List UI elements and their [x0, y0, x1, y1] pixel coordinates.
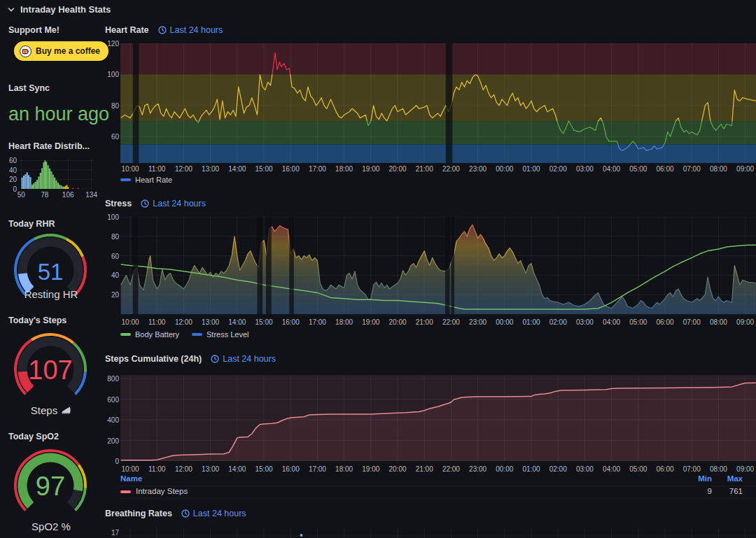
x-axis-label: 07:00 [680, 465, 704, 473]
stress-time-range-link[interactable]: Last 24 hours [141, 199, 206, 208]
x-axis-label: 14:00 [225, 318, 249, 326]
legend-item-body-battery[interactable]: Body Battery [120, 330, 179, 339]
dashboard-row-header[interactable]: Intraday Health Stats [7, 4, 111, 15]
legend-item-heart-rate[interactable]: Heart Rate [120, 176, 172, 184]
x-axis-label: 22:00 [439, 318, 463, 326]
y-axis-label: 80 [104, 102, 119, 110]
legend-marker [120, 178, 131, 181]
last-sync-value: an hour ago [8, 104, 109, 125]
buy-me-a-coffee-label: Buy me a coffee [36, 46, 100, 56]
x-axis-label: 11:00 [145, 465, 169, 473]
steps-panel-title: Today's Steps [8, 316, 66, 325]
steps-time-range-link[interactable]: Last 24 hours [211, 354, 276, 364]
x-axis-label: 14:00 [225, 165, 249, 173]
y-axis-label: 20 [3, 176, 17, 183]
spo2-panel-title: Today SpO2 [8, 432, 59, 441]
svg-text:51: 51 [38, 259, 64, 285]
x-axis-label: 13:00 [199, 318, 223, 326]
x-axis-label: 21:00 [412, 318, 436, 326]
svg-text:97: 97 [36, 472, 65, 501]
heart-rate-y-axis: 6080100120 [104, 43, 119, 163]
y-axis-label: 60 [3, 157, 17, 164]
heart-rate-panel-title[interactable]: Heart Rate [105, 25, 149, 35]
buy-me-a-coffee-button[interactable]: Buy me a coffee [14, 41, 108, 61]
breathing-time-range-link[interactable]: Last 24 hours [181, 509, 246, 518]
legend-marker [120, 333, 131, 336]
x-axis-label: 17:00 [305, 165, 329, 173]
x-axis-label: 02:00 [546, 465, 570, 473]
row-title: Intraday Health Stats [20, 4, 111, 15]
y-axis-label: 120 [104, 40, 119, 48]
y-axis-label: 40 [3, 167, 17, 174]
heart-rate-x-axis: 10:0011:0012:0013:0014:0015:0016:0017:00… [120, 165, 756, 174]
x-axis-label: 106 [56, 191, 80, 199]
x-axis-label: 20:00 [386, 465, 410, 473]
x-axis-label: 03:00 [573, 318, 596, 326]
x-axis-label: 19:00 [359, 165, 383, 173]
stress-chart[interactable] [120, 217, 756, 314]
rhr-gauge-label: Resting HR [4, 288, 98, 300]
steps-y-axis: 0200400600800 [104, 375, 119, 461]
x-axis-label: 22:00 [439, 465, 463, 473]
spo2-gauge: 97 [10, 448, 91, 515]
stress-x-axis: 10:0011:0012:0013:0014:0015:0016:0017:00… [120, 318, 756, 327]
sneaker-icon [61, 406, 71, 415]
x-axis-label: 08:00 [706, 318, 730, 326]
y-axis-label: 600 [104, 396, 119, 404]
x-axis-label: 13:00 [199, 165, 223, 173]
breathing-first-tick: 17 [104, 529, 119, 537]
table-cell-max: 761 [708, 487, 743, 495]
x-axis-label: 00:00 [493, 318, 517, 326]
x-axis-label: 19:00 [359, 465, 383, 473]
clock-icon [158, 26, 167, 34]
x-axis-label: 17:00 [305, 318, 329, 326]
steps-table-row[interactable]: Intraday Steps 9 761 5 [120, 486, 756, 499]
x-axis-label: 10:00 [118, 318, 142, 326]
stress-panel-title[interactable]: Stress [105, 199, 132, 208]
x-axis-label: 15:00 [252, 165, 276, 173]
x-axis-label: 23:00 [466, 465, 490, 473]
y-axis-label: 60 [104, 253, 119, 260]
steps-cumulative-panel-title[interactable]: Steps Cumulative (24h) [105, 354, 202, 364]
chevron-down-icon[interactable] [7, 6, 15, 14]
x-axis-label: 06:00 [653, 165, 677, 173]
y-axis-label: 100 [104, 71, 119, 78]
x-axis-label: 09:00 [734, 165, 756, 173]
x-axis-label: 02:00 [546, 165, 570, 173]
y-axis-label: 60 [104, 133, 119, 141]
last-sync-panel-title: Last Sync [8, 83, 50, 93]
legend-marker [192, 333, 202, 336]
clock-icon [181, 509, 190, 518]
table-header-max[interactable]: Max [708, 474, 743, 483]
steps-cumulative-panel-header: Steps Cumulative (24h) Last 24 hours [105, 354, 276, 364]
heart-rate-panel-header: Heart Rate Last 24 hours [105, 25, 223, 35]
x-axis-label: 78 [33, 191, 57, 199]
x-axis-label: 15:00 [252, 318, 276, 326]
x-axis-label: 21:00 [412, 165, 436, 173]
x-axis-label: 06:00 [653, 465, 677, 473]
steps-x-axis: 10:0011:0012:0013:0014:0015:0016:0017:00… [120, 465, 756, 474]
x-axis-label: 11:00 [145, 318, 169, 326]
breathing-panel-title[interactable]: Breathing Rates [105, 509, 172, 518]
table-header-min[interactable]: Min [677, 474, 712, 483]
legend-item-stress-level[interactable]: Stress Level [192, 330, 249, 339]
x-axis-label: 50 [9, 191, 33, 199]
hr-distribution-panel-title: Heart Rate Distrib... [8, 141, 90, 151]
x-axis-label: 04:00 [600, 318, 624, 326]
table-header-name[interactable]: Name [120, 474, 142, 483]
steps-table-header: Name Min Max Mean [120, 474, 756, 484]
x-axis-label: 03:00 [573, 165, 596, 173]
breathing-chart[interactable] [120, 528, 756, 538]
steps-cumulative-chart[interactable] [120, 375, 756, 461]
x-axis-label: 13:00 [199, 465, 223, 473]
heart-rate-chart[interactable] [120, 43, 756, 163]
heart-rate-time-range-link[interactable]: Last 24 hours [158, 25, 223, 35]
x-axis-label: 18:00 [332, 465, 356, 473]
hr-distribution-chart[interactable]: 60402005078106134 [8, 158, 97, 201]
x-axis-label: 09:00 [734, 465, 756, 473]
x-axis-label: 02:00 [546, 318, 570, 326]
x-axis-label: 22:00 [439, 165, 463, 173]
x-axis-label: 08:00 [706, 465, 730, 473]
x-axis-label: 18:00 [332, 165, 356, 173]
table-cell-name: Intraday Steps [136, 487, 188, 495]
